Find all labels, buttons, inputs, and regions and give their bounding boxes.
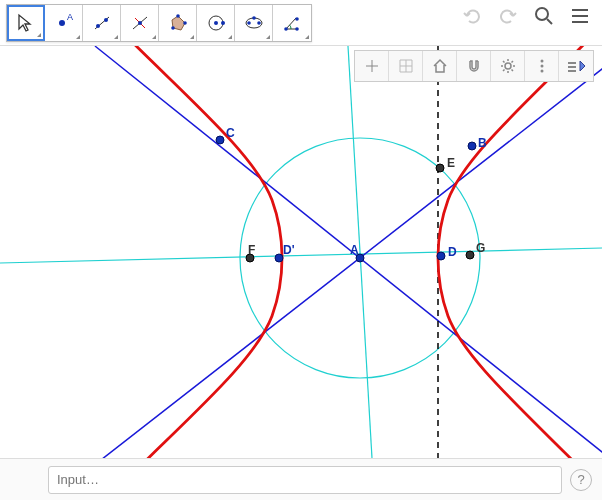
home-button[interactable]: [423, 51, 457, 81]
gear-icon: [499, 57, 517, 75]
label-B: B: [478, 136, 487, 150]
line-icon: [92, 13, 112, 33]
svg-point-28: [505, 63, 511, 69]
label-F: F: [248, 243, 255, 257]
point-Dp[interactable]: [275, 254, 283, 262]
svg-point-15: [247, 21, 251, 25]
undo-button[interactable]: [460, 4, 484, 28]
asymptote-2[interactable]: [95, 46, 602, 458]
topbar-right: [460, 4, 596, 28]
more-button[interactable]: [525, 51, 559, 81]
svg-point-4: [104, 18, 108, 22]
svg-point-3: [96, 24, 100, 28]
home-icon: [431, 57, 449, 75]
svg-point-8: [176, 14, 180, 18]
angle-icon: [282, 13, 302, 33]
tool-perpendicular[interactable]: [121, 5, 159, 41]
svg-point-12: [214, 21, 218, 25]
label-E: E: [447, 156, 455, 170]
snap-button[interactable]: [457, 51, 491, 81]
hyperbola-left[interactable]: [120, 30, 282, 458]
cursor-icon: [16, 13, 36, 33]
menu-icon: [569, 5, 591, 27]
polygon-icon: [168, 13, 188, 33]
svg-point-9: [183, 21, 187, 25]
perp-icon: [130, 13, 150, 33]
axis-h[interactable]: [0, 248, 602, 263]
tool-polygon[interactable]: [159, 5, 197, 41]
svg-point-16: [257, 21, 261, 25]
style-button[interactable]: [559, 51, 593, 81]
point-D[interactable]: [437, 252, 445, 260]
tool-group: A: [6, 4, 312, 42]
hyperbola-right[interactable]: [438, 30, 598, 458]
axes-icon: [363, 57, 381, 75]
svg-point-29: [540, 60, 543, 63]
menu-button[interactable]: [568, 4, 592, 28]
label-Dp: D': [283, 243, 295, 257]
style-icon: [566, 57, 586, 75]
tool-angle[interactable]: [273, 5, 311, 41]
view-toolbar: [354, 50, 594, 82]
main-toolbar: A: [0, 0, 602, 46]
redo-icon: [497, 5, 519, 27]
search-button[interactable]: [532, 4, 556, 28]
svg-point-20: [295, 27, 299, 31]
undo-icon: [461, 5, 483, 27]
magnet-icon: [465, 57, 483, 75]
svg-line-22: [547, 19, 552, 24]
help-button[interactable]: ?: [570, 469, 592, 491]
svg-point-7: [138, 21, 142, 25]
label-G: G: [476, 241, 485, 255]
svg-point-10: [171, 26, 175, 30]
point-C[interactable]: [216, 136, 224, 144]
tool-ellipse[interactable]: [235, 5, 273, 41]
svg-point-31: [540, 70, 543, 73]
grid-button[interactable]: [389, 51, 423, 81]
svg-point-0: [59, 20, 65, 26]
tool-move[interactable]: [7, 5, 45, 41]
point-icon: A: [54, 13, 74, 33]
ellipse-icon: [244, 13, 264, 33]
svg-point-19: [295, 17, 299, 21]
svg-point-21: [536, 8, 548, 20]
svg-point-17: [252, 16, 256, 20]
command-input[interactable]: [48, 466, 562, 494]
circle-icon: [206, 13, 226, 33]
label-C: C: [226, 126, 235, 140]
label-A: A: [350, 243, 359, 257]
settings-button[interactable]: [491, 51, 525, 81]
tool-point[interactable]: A: [45, 5, 83, 41]
point-B[interactable]: [468, 142, 476, 150]
svg-point-30: [540, 65, 543, 68]
input-bar: ?: [0, 458, 602, 500]
svg-point-13: [221, 21, 225, 25]
svg-text:A: A: [67, 13, 73, 22]
redo-button[interactable]: [496, 4, 520, 28]
search-icon: [533, 5, 555, 27]
more-icon: [533, 57, 551, 75]
label-D: D: [448, 245, 457, 259]
tool-line[interactable]: [83, 5, 121, 41]
svg-point-18: [284, 27, 288, 31]
asymptote-1[interactable]: [65, 55, 602, 458]
tool-circle[interactable]: [197, 5, 235, 41]
point-G[interactable]: [466, 251, 474, 259]
axes-button[interactable]: [355, 51, 389, 81]
grid-icon: [397, 57, 415, 75]
point-E[interactable]: [436, 164, 444, 172]
